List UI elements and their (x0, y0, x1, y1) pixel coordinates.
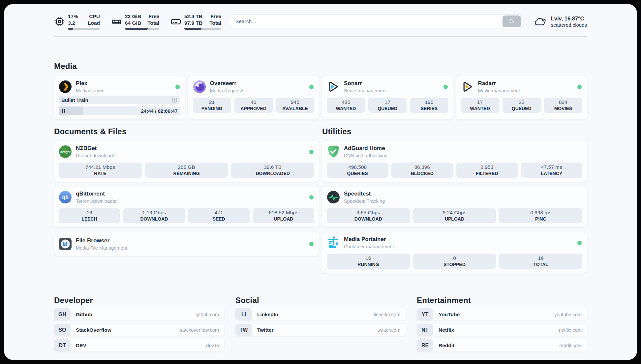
stat-tile: 39.6 TBDOWNLOADED (231, 163, 314, 178)
app-card-sonarr[interactable]: Sonarr Series management 485WANTED 17QUE… (322, 76, 453, 119)
ram-icon (111, 16, 122, 27)
disk-label-top: Free (210, 13, 221, 19)
bookmark-linkedin[interactable]: LI LinkedIn linkedin.com (235, 308, 406, 320)
app-card-portainer[interactable]: Media Portainer Container management 16R… (322, 232, 587, 273)
playback-time: 24:44 / 02:06:47 (141, 108, 178, 114)
status-dot (577, 85, 582, 89)
stat-tile: 498,508QUERIES (327, 163, 388, 178)
stat-tile: 266 GBREMAINING (145, 163, 228, 178)
stat-tile: 16LEECH (59, 208, 120, 223)
radarr-icon (461, 80, 474, 93)
app-card-filebrowser[interactable]: File Browser Media File Management (54, 232, 319, 256)
bookmark-url: reddit.com (559, 343, 582, 348)
app-subtitle: Media server (76, 88, 171, 93)
stat-tile: 17QUEUED (368, 98, 407, 113)
app-title: Sonarr (344, 80, 440, 87)
stat-tile: 86,396BLOCKED (391, 163, 453, 178)
stat-tile: 17WANTED (461, 98, 499, 113)
app-card-overseerr[interactable]: Overseerr Media Requests 21PENDING 40APP… (188, 76, 319, 119)
dashboard-page: 17%CPU 3.2Load 22 GiBFree 64 GiBTotal (4, 4, 637, 360)
weather-location-temp: Lviv, 16.87°C (551, 15, 587, 22)
sonarr-icon (327, 80, 340, 93)
app-card-adguard[interactable]: AdGuard Home DNS and adblocking 498,508Q… (322, 141, 587, 182)
app-subtitle: Series management (344, 88, 440, 93)
section-title-developer: Developer (54, 296, 224, 305)
top-bar: 17%CPU 3.2Load 22 GiBFree 64 GiBTotal (54, 11, 587, 32)
stat-tile: 834MOVIES (544, 98, 582, 113)
bookmark-netflix[interactable]: NF Netflix netflix.com (417, 324, 587, 336)
ram-label-top: Free (148, 13, 159, 19)
overseerr-icon (193, 80, 206, 93)
stat-tile: 22QUEUED (503, 98, 541, 113)
bookmark-name: Netflix (439, 327, 454, 333)
bookmark-name: Twitter (257, 327, 274, 333)
stat-tile: 744.21 MbpsRATE (59, 163, 142, 178)
bookmark-dev[interactable]: DT DEV dev.to (54, 339, 224, 351)
stat-tile: 471SEED (188, 208, 250, 223)
stat-tile: 40APPROVED (234, 98, 273, 113)
bookmark-url: github.com (196, 312, 219, 317)
status-dot (309, 85, 314, 89)
section-utilities: Utilities AdGuard Home DNS and adb (322, 127, 587, 273)
bookmark-stackoverflow[interactable]: SO StackOverflow stackoverflow.com (54, 324, 224, 336)
app-card-plex[interactable]: Plex Media server Bullet Train (54, 76, 185, 119)
app-subtitle: DNS and adblocking (344, 153, 582, 158)
bookmark-name: Reddit (439, 343, 454, 349)
search-input[interactable] (230, 15, 502, 28)
filebrowser-icon (59, 237, 72, 251)
cpu-load: 3.2 (68, 20, 75, 26)
adguard-icon (327, 145, 340, 158)
ram-free: 22 GiB (125, 13, 141, 19)
bookmark-name: StackOverflow (76, 327, 111, 333)
app-subtitle: Usenet downloader (76, 153, 305, 158)
bookmark-abbr: LI (235, 308, 252, 320)
cpu-progress-fill (68, 28, 73, 30)
header-divider (54, 37, 587, 37)
app-title: Media Portainer (344, 236, 573, 243)
stat-tile: 1.19 GbpsDOWNLOAD (123, 208, 185, 223)
app-card-radarr[interactable]: Radarr Movie management 17WANTED 22QUEUE… (456, 76, 587, 119)
bookmark-twitter[interactable]: TW Twitter twitter.com (235, 324, 406, 336)
bookmark-abbr: GH (54, 308, 71, 320)
cpu-icon (54, 16, 65, 27)
app-title: Plex (76, 80, 171, 87)
now-playing-title-row: Bullet Train (59, 96, 180, 104)
status-dot (309, 150, 314, 154)
app-title: qBittorrent (76, 191, 305, 197)
svg-text:nzbget: nzbget (60, 150, 71, 154)
bookmark-reddit[interactable]: RE Reddit reddit.com (417, 339, 587, 351)
cpu-label-top: CPU (89, 13, 100, 19)
bookmark-github[interactable]: GH Github github.com (54, 308, 224, 320)
app-card-qbittorrent[interactable]: qb qBittorrent Torrent downloader 16LEEC… (54, 187, 319, 227)
memory-widget: 22 GiBFree 64 GiBTotal (111, 13, 159, 30)
section-title-documents: Documents & Files (54, 127, 319, 136)
cloud-icon (533, 16, 547, 27)
app-card-speedtest[interactable]: Speedtest Speedtest Tracking 9.65 GbpsDO… (322, 187, 587, 227)
disk-label-bottom: Total (209, 20, 221, 26)
app-title: File Browser (76, 237, 305, 244)
app-subtitle: Media File Management (76, 245, 305, 251)
app-subtitle: Container management (344, 244, 573, 249)
bookmark-name: LinkedIn (257, 312, 278, 318)
app-subtitle: Speedtest Tracking (344, 198, 582, 204)
app-card-nzbget[interactable]: nzbget NZBGet Usenet downloader 744.21 M… (54, 141, 319, 182)
bookmark-name: Github (76, 312, 92, 318)
stat-tile: 21PENDING (193, 98, 231, 113)
status-dot (309, 242, 314, 246)
search-bar: G (230, 15, 522, 28)
app-subtitle: Media Requests (210, 88, 306, 93)
bookmark-youtube[interactable]: YT YouTube youtube.com (417, 308, 587, 320)
section-title-utilities: Utilities (322, 127, 587, 136)
now-playing-title: Bullet Train (61, 97, 88, 103)
weather-condition: scattered clouds (551, 22, 587, 28)
stat-tile: 196SERIES (410, 98, 448, 113)
bookmark-url: netflix.com (559, 327, 582, 333)
search-engine-button[interactable]: G (503, 15, 521, 27)
app-title: NZBGet (76, 145, 305, 152)
disk-free: 52.4 TB (184, 13, 202, 19)
session-icon[interactable] (171, 97, 178, 103)
stat-tile: 2,953FILTERED (456, 163, 518, 178)
stat-tile: 945AVAILABLE (276, 98, 314, 113)
status-dot (309, 195, 314, 199)
section-title-media: Media (54, 62, 587, 71)
